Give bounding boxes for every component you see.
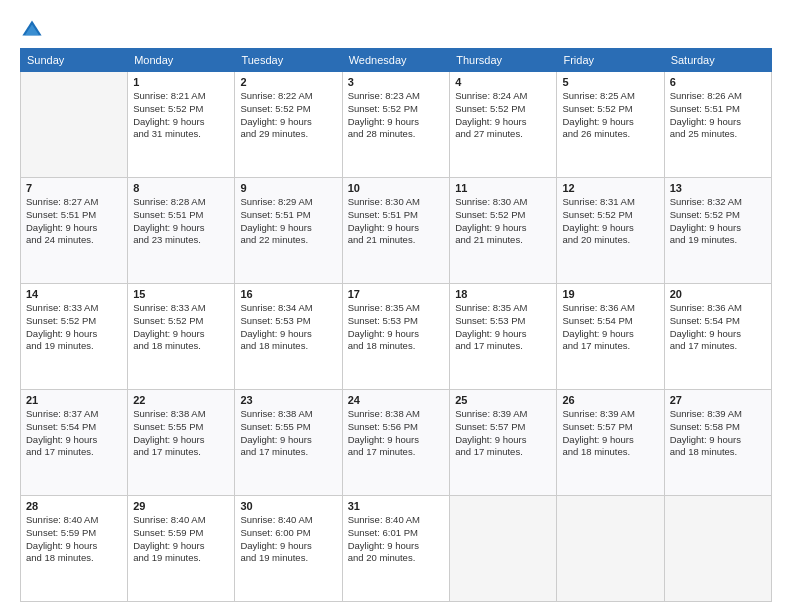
calendar-cell: 2Sunrise: 8:22 AMSunset: 5:52 PMDaylight… — [235, 72, 342, 178]
day-info: Sunrise: 8:32 AMSunset: 5:52 PMDaylight:… — [670, 196, 766, 247]
calendar-cell: 15Sunrise: 8:33 AMSunset: 5:52 PMDayligh… — [128, 284, 235, 390]
day-number: 18 — [455, 288, 551, 300]
calendar-cell: 6Sunrise: 8:26 AMSunset: 5:51 PMDaylight… — [664, 72, 771, 178]
day-number: 22 — [133, 394, 229, 406]
day-info: Sunrise: 8:35 AMSunset: 5:53 PMDaylight:… — [455, 302, 551, 353]
day-number: 20 — [670, 288, 766, 300]
day-number: 9 — [240, 182, 336, 194]
day-info: Sunrise: 8:26 AMSunset: 5:51 PMDaylight:… — [670, 90, 766, 141]
day-info: Sunrise: 8:35 AMSunset: 5:53 PMDaylight:… — [348, 302, 444, 353]
day-number: 6 — [670, 76, 766, 88]
day-number: 5 — [562, 76, 658, 88]
day-number: 21 — [26, 394, 122, 406]
day-info: Sunrise: 8:21 AMSunset: 5:52 PMDaylight:… — [133, 90, 229, 141]
calendar-cell: 27Sunrise: 8:39 AMSunset: 5:58 PMDayligh… — [664, 390, 771, 496]
day-info: Sunrise: 8:38 AMSunset: 5:56 PMDaylight:… — [348, 408, 444, 459]
calendar-cell: 7Sunrise: 8:27 AMSunset: 5:51 PMDaylight… — [21, 178, 128, 284]
calendar-week-row: 21Sunrise: 8:37 AMSunset: 5:54 PMDayligh… — [21, 390, 772, 496]
calendar-cell: 30Sunrise: 8:40 AMSunset: 6:00 PMDayligh… — [235, 496, 342, 602]
calendar-cell: 4Sunrise: 8:24 AMSunset: 5:52 PMDaylight… — [450, 72, 557, 178]
day-info: Sunrise: 8:40 AMSunset: 5:59 PMDaylight:… — [26, 514, 122, 565]
day-number: 24 — [348, 394, 444, 406]
day-info: Sunrise: 8:38 AMSunset: 5:55 PMDaylight:… — [240, 408, 336, 459]
weekday-header-row: SundayMondayTuesdayWednesdayThursdayFrid… — [21, 49, 772, 72]
day-number: 31 — [348, 500, 444, 512]
day-info: Sunrise: 8:37 AMSunset: 5:54 PMDaylight:… — [26, 408, 122, 459]
calendar-cell: 8Sunrise: 8:28 AMSunset: 5:51 PMDaylight… — [128, 178, 235, 284]
day-number: 28 — [26, 500, 122, 512]
day-info: Sunrise: 8:33 AMSunset: 5:52 PMDaylight:… — [26, 302, 122, 353]
calendar-cell: 22Sunrise: 8:38 AMSunset: 5:55 PMDayligh… — [128, 390, 235, 496]
page: SundayMondayTuesdayWednesdayThursdayFrid… — [0, 0, 792, 612]
calendar-cell: 9Sunrise: 8:29 AMSunset: 5:51 PMDaylight… — [235, 178, 342, 284]
day-number: 2 — [240, 76, 336, 88]
day-number: 19 — [562, 288, 658, 300]
day-info: Sunrise: 8:40 AMSunset: 6:01 PMDaylight:… — [348, 514, 444, 565]
weekday-monday: Monday — [128, 49, 235, 72]
calendar-cell: 26Sunrise: 8:39 AMSunset: 5:57 PMDayligh… — [557, 390, 664, 496]
day-info: Sunrise: 8:40 AMSunset: 6:00 PMDaylight:… — [240, 514, 336, 565]
calendar-table: SundayMondayTuesdayWednesdayThursdayFrid… — [20, 48, 772, 602]
calendar-cell: 29Sunrise: 8:40 AMSunset: 5:59 PMDayligh… — [128, 496, 235, 602]
day-number: 10 — [348, 182, 444, 194]
day-number: 7 — [26, 182, 122, 194]
calendar-cell — [664, 496, 771, 602]
day-info: Sunrise: 8:40 AMSunset: 5:59 PMDaylight:… — [133, 514, 229, 565]
day-number: 12 — [562, 182, 658, 194]
calendar-cell: 31Sunrise: 8:40 AMSunset: 6:01 PMDayligh… — [342, 496, 449, 602]
day-info: Sunrise: 8:34 AMSunset: 5:53 PMDaylight:… — [240, 302, 336, 353]
day-number: 27 — [670, 394, 766, 406]
day-info: Sunrise: 8:36 AMSunset: 5:54 PMDaylight:… — [562, 302, 658, 353]
calendar-cell — [450, 496, 557, 602]
day-info: Sunrise: 8:23 AMSunset: 5:52 PMDaylight:… — [348, 90, 444, 141]
day-number: 26 — [562, 394, 658, 406]
header — [20, 18, 772, 42]
calendar-cell: 18Sunrise: 8:35 AMSunset: 5:53 PMDayligh… — [450, 284, 557, 390]
calendar-cell: 11Sunrise: 8:30 AMSunset: 5:52 PMDayligh… — [450, 178, 557, 284]
calendar-cell: 5Sunrise: 8:25 AMSunset: 5:52 PMDaylight… — [557, 72, 664, 178]
day-number: 3 — [348, 76, 444, 88]
day-info: Sunrise: 8:39 AMSunset: 5:58 PMDaylight:… — [670, 408, 766, 459]
weekday-wednesday: Wednesday — [342, 49, 449, 72]
day-info: Sunrise: 8:30 AMSunset: 5:51 PMDaylight:… — [348, 196, 444, 247]
day-number: 23 — [240, 394, 336, 406]
calendar-cell: 16Sunrise: 8:34 AMSunset: 5:53 PMDayligh… — [235, 284, 342, 390]
day-info: Sunrise: 8:24 AMSunset: 5:52 PMDaylight:… — [455, 90, 551, 141]
day-info: Sunrise: 8:28 AMSunset: 5:51 PMDaylight:… — [133, 196, 229, 247]
calendar-cell — [21, 72, 128, 178]
day-number: 4 — [455, 76, 551, 88]
calendar-cell: 19Sunrise: 8:36 AMSunset: 5:54 PMDayligh… — [557, 284, 664, 390]
day-info: Sunrise: 8:33 AMSunset: 5:52 PMDaylight:… — [133, 302, 229, 353]
weekday-thursday: Thursday — [450, 49, 557, 72]
weekday-friday: Friday — [557, 49, 664, 72]
day-number: 29 — [133, 500, 229, 512]
calendar-cell: 14Sunrise: 8:33 AMSunset: 5:52 PMDayligh… — [21, 284, 128, 390]
day-info: Sunrise: 8:39 AMSunset: 5:57 PMDaylight:… — [562, 408, 658, 459]
logo — [20, 18, 48, 42]
weekday-saturday: Saturday — [664, 49, 771, 72]
calendar-cell: 10Sunrise: 8:30 AMSunset: 5:51 PMDayligh… — [342, 178, 449, 284]
day-info: Sunrise: 8:39 AMSunset: 5:57 PMDaylight:… — [455, 408, 551, 459]
day-info: Sunrise: 8:22 AMSunset: 5:52 PMDaylight:… — [240, 90, 336, 141]
day-number: 11 — [455, 182, 551, 194]
calendar-cell: 28Sunrise: 8:40 AMSunset: 5:59 PMDayligh… — [21, 496, 128, 602]
calendar-cell: 20Sunrise: 8:36 AMSunset: 5:54 PMDayligh… — [664, 284, 771, 390]
day-number: 13 — [670, 182, 766, 194]
day-info: Sunrise: 8:30 AMSunset: 5:52 PMDaylight:… — [455, 196, 551, 247]
calendar-cell: 3Sunrise: 8:23 AMSunset: 5:52 PMDaylight… — [342, 72, 449, 178]
calendar-week-row: 28Sunrise: 8:40 AMSunset: 5:59 PMDayligh… — [21, 496, 772, 602]
calendar-cell: 24Sunrise: 8:38 AMSunset: 5:56 PMDayligh… — [342, 390, 449, 496]
weekday-sunday: Sunday — [21, 49, 128, 72]
calendar-week-row: 14Sunrise: 8:33 AMSunset: 5:52 PMDayligh… — [21, 284, 772, 390]
calendar-cell: 17Sunrise: 8:35 AMSunset: 5:53 PMDayligh… — [342, 284, 449, 390]
day-number: 1 — [133, 76, 229, 88]
day-number: 16 — [240, 288, 336, 300]
day-info: Sunrise: 8:38 AMSunset: 5:55 PMDaylight:… — [133, 408, 229, 459]
weekday-tuesday: Tuesday — [235, 49, 342, 72]
day-info: Sunrise: 8:31 AMSunset: 5:52 PMDaylight:… — [562, 196, 658, 247]
calendar-cell: 13Sunrise: 8:32 AMSunset: 5:52 PMDayligh… — [664, 178, 771, 284]
day-number: 15 — [133, 288, 229, 300]
day-info: Sunrise: 8:25 AMSunset: 5:52 PMDaylight:… — [562, 90, 658, 141]
logo-icon — [20, 18, 44, 42]
calendar-cell: 25Sunrise: 8:39 AMSunset: 5:57 PMDayligh… — [450, 390, 557, 496]
